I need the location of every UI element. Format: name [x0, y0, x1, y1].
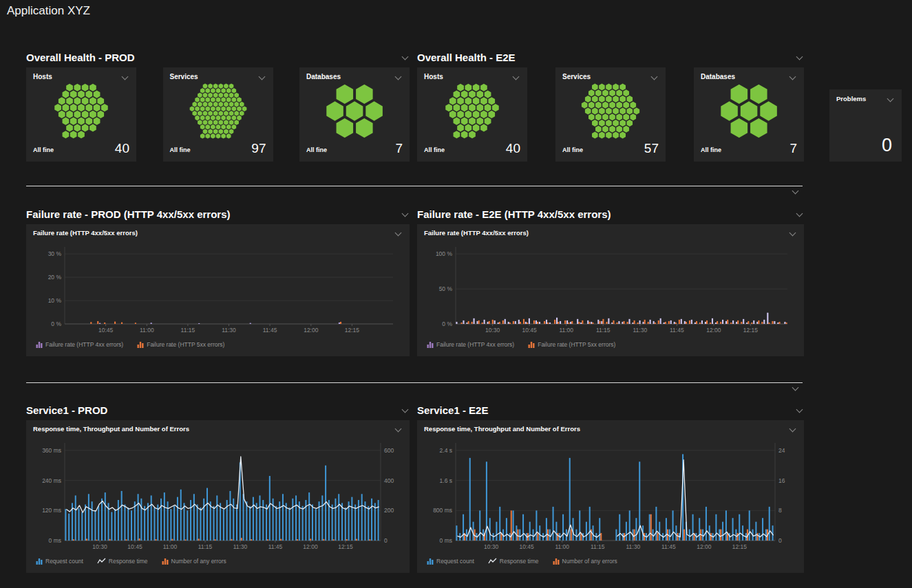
chevron-down-icon[interactable]: [887, 95, 895, 103]
legend-item[interactable]: Number of any errors: [162, 558, 226, 565]
honeycomb-chart[interactable]: [701, 83, 797, 139]
svg-text:10:30: 10:30: [92, 543, 107, 550]
honeycomb-chart[interactable]: [562, 83, 659, 139]
svg-text:12:00: 12:00: [303, 543, 318, 550]
svg-text:0: 0: [778, 537, 782, 544]
honeycomb-chart[interactable]: [306, 83, 403, 139]
chevron-down-icon[interactable]: [394, 229, 403, 237]
svg-text:100 %: 100 %: [436, 250, 453, 257]
svg-text:360 ms: 360 ms: [42, 447, 61, 454]
chevron-down-icon[interactable]: [394, 425, 403, 433]
chart-legend: Failure rate (HTTP 4xx errors)Failure ra…: [33, 336, 403, 353]
legend-bars-icon: [137, 341, 144, 348]
tile-title: Databases: [306, 73, 341, 80]
chart-canvas[interactable]: 2.4 s1.6 s800 ms0 ms24168010:3010:4511:0…: [424, 437, 797, 553]
legend-line-icon: [97, 558, 106, 565]
svg-text:11:15: 11:15: [591, 543, 605, 550]
section-title: Overall Health - E2E: [417, 52, 516, 63]
chart-plot[interactable]: 30 %20 %10 %0 %10:4511:0011:1511:3011:45…: [33, 241, 403, 336]
health-tile-services-prod[interactable]: Services All fine 97: [163, 67, 273, 162]
legend-label: Response time: [109, 558, 148, 565]
chevron-down-icon[interactable]: [650, 73, 659, 81]
svg-text:30 %: 30 %: [48, 250, 62, 257]
svg-text:200: 200: [384, 507, 394, 514]
svg-text:11:45: 11:45: [268, 543, 283, 550]
chevron-down-icon[interactable]: [512, 73, 520, 81]
svg-text:50 %: 50 %: [439, 285, 453, 292]
health-tile-hosts-prod[interactable]: Hosts All fine 40: [26, 67, 136, 162]
legend-item[interactable]: Request count: [36, 558, 83, 565]
svg-text:12:00: 12:00: [304, 327, 319, 334]
section-failure-prod: Failure rate - PROD (HTTP 4xx/5xx errors…: [26, 205, 410, 356]
tile-title: Databases: [701, 73, 735, 80]
section-service-prod: Service1 - PROD Response time, Throughpu…: [26, 401, 410, 573]
health-tile-databases-e2e[interactable]: Databases All fine 7: [694, 67, 804, 162]
svg-text:11:00: 11:00: [140, 327, 154, 334]
svg-text:0 %: 0 %: [442, 320, 452, 327]
chart-plot[interactable]: 360 ms240 ms120 ms0 ms600400200010:3010:…: [33, 437, 403, 553]
chevron-down-icon[interactable]: [789, 229, 797, 237]
legend-item[interactable]: Request count: [427, 558, 474, 565]
legend-item[interactable]: Response time: [488, 558, 539, 565]
svg-text:11:00: 11:00: [555, 543, 569, 550]
legend-item[interactable]: Response time: [97, 558, 148, 565]
chevron-down-icon[interactable]: [796, 210, 804, 218]
svg-text:240 ms: 240 ms: [42, 477, 61, 484]
svg-text:10:30: 10:30: [484, 543, 499, 550]
chevron-down-icon[interactable]: [792, 384, 800, 392]
svg-text:24: 24: [778, 447, 785, 454]
chart-tile-service-e2e[interactable]: Response time, Throughput and Number of …: [417, 420, 804, 573]
chart-legend: Request countResponse timeNumber of any …: [424, 553, 797, 569]
svg-text:11:00: 11:00: [163, 543, 178, 550]
chart-tile-service-prod[interactable]: Response time, Throughput and Number of …: [26, 420, 410, 573]
tile-title: Services: [170, 73, 198, 80]
chart-title: Response time, Throughput and Number of …: [424, 425, 580, 433]
svg-text:11:15: 11:15: [596, 327, 611, 334]
health-tile-services-e2e[interactable]: Services All fine 57: [555, 67, 666, 162]
chevron-down-icon[interactable]: [401, 210, 410, 218]
svg-text:11:00: 11:00: [559, 327, 573, 334]
legend-item[interactable]: Number of any errors: [553, 558, 617, 565]
chart-canvas[interactable]: 100 %50 %0 %10:3010:4511:0011:1511:3011:…: [424, 241, 797, 336]
chart-plot[interactable]: 2.4 s1.6 s800 ms0 ms24168010:3010:4511:0…: [424, 437, 797, 553]
chart-title: Response time, Throughput and Number of …: [33, 425, 189, 433]
legend-label: Request count: [45, 558, 83, 565]
chart-tile-failure-e2e[interactable]: Failure rate (HTTP 4xx/5xx errors) 100 %…: [417, 224, 804, 356]
chevron-down-icon[interactable]: [258, 73, 266, 81]
chart-plot[interactable]: 100 %50 %0 %10:3010:4511:0011:1511:3011:…: [424, 241, 797, 336]
chevron-down-icon[interactable]: [796, 53, 804, 61]
legend-item[interactable]: Failure rate (HTTP 5xx errors): [528, 341, 615, 348]
entity-count: 57: [644, 141, 659, 156]
legend-item[interactable]: Failure rate (HTTP 5xx errors): [137, 341, 224, 348]
health-tile-hosts-e2e[interactable]: Hosts All fine 40: [417, 67, 527, 162]
section-health-prod: Overall Health - PROD Hosts All fine 40 …: [26, 48, 410, 162]
legend-item[interactable]: Failure rate (HTTP 4xx errors): [427, 341, 514, 348]
section-divider: [26, 186, 803, 195]
honeycomb-chart[interactable]: [424, 83, 520, 139]
svg-text:0 ms: 0 ms: [440, 537, 452, 544]
svg-text:0 %: 0 %: [51, 320, 61, 327]
chevron-down-icon[interactable]: [401, 406, 410, 414]
svg-text:12:00: 12:00: [706, 327, 721, 334]
chevron-down-icon[interactable]: [789, 73, 797, 81]
legend-bars-icon: [553, 558, 560, 565]
chevron-down-icon[interactable]: [121, 73, 129, 81]
health-tile-databases-prod[interactable]: Databases All fine 7: [299, 67, 410, 162]
chevron-down-icon[interactable]: [796, 406, 804, 414]
honeycomb-chart[interactable]: [170, 83, 266, 139]
problems-tile[interactable]: Problems 0: [829, 89, 902, 162]
chart-canvas[interactable]: 360 ms240 ms120 ms0 ms600400200010:3010:…: [33, 437, 403, 553]
legend-item[interactable]: Failure rate (HTTP 4xx errors): [36, 341, 123, 348]
chevron-down-icon[interactable]: [394, 73, 403, 81]
chart-tile-failure-prod[interactable]: Failure rate (HTTP 4xx/5xx errors) 30 %2…: [26, 224, 410, 356]
chart-canvas[interactable]: 30 %20 %10 %0 %10:4511:0011:1511:3011:45…: [33, 241, 403, 336]
chevron-down-icon[interactable]: [789, 425, 797, 433]
status-label: All fine: [424, 146, 445, 156]
chevron-down-icon[interactable]: [792, 187, 800, 195]
svg-text:8: 8: [778, 507, 782, 514]
svg-text:12:15: 12:15: [345, 327, 360, 334]
svg-text:1.6 s: 1.6 s: [440, 477, 452, 484]
svg-text:12:15: 12:15: [732, 543, 747, 550]
honeycomb-chart[interactable]: [33, 83, 129, 139]
chevron-down-icon[interactable]: [401, 53, 410, 61]
